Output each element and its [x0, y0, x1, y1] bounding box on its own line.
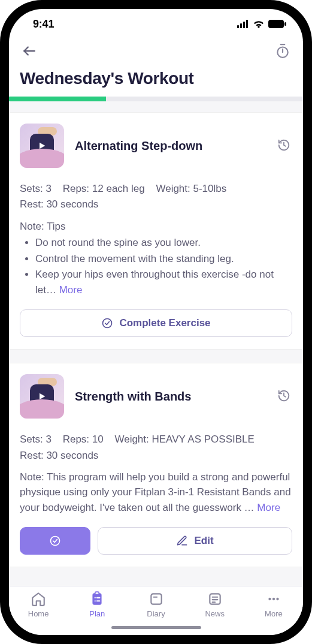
tab-label: Plan — [89, 609, 105, 618]
check-circle-icon — [49, 535, 61, 547]
complete-label: Complete Exercise — [119, 317, 210, 329]
header — [9, 35, 303, 62]
exercise-card: Strength with Bands Sets: 3 Reps: 10 Wei… — [9, 363, 303, 567]
svg-point-28 — [276, 598, 278, 600]
exercise-thumbnail[interactable] — [20, 124, 64, 168]
tab-label: Diary — [147, 609, 165, 618]
svg-point-27 — [272, 598, 275, 600]
back-button[interactable] — [19, 40, 40, 62]
svg-point-16 — [95, 597, 96, 598]
sets-value: Sets: 3 — [20, 434, 52, 445]
history-icon — [277, 389, 290, 402]
status-bar: 9:41 — [9, 9, 303, 35]
svg-point-13 — [51, 537, 60, 546]
more-icon — [266, 591, 281, 607]
tab-label: News — [205, 609, 225, 618]
home-indicator — [111, 626, 201, 629]
complete-exercise-button[interactable] — [20, 527, 90, 555]
tab-home[interactable]: Home — [9, 591, 68, 618]
arrow-left-icon — [22, 43, 37, 59]
tip-item: Control the movement with the standing l… — [35, 251, 292, 267]
weight-value: Weight: HEAVY AS POSSIBLE — [114, 434, 254, 445]
status-time: 9:41 — [33, 18, 54, 31]
history-button[interactable] — [275, 137, 292, 154]
tab-plan[interactable]: Plan — [68, 591, 126, 618]
screen: 9:41 Wednesday's Workout — [9, 9, 303, 635]
sets-value: Sets: 3 — [20, 183, 52, 194]
svg-rect-20 — [151, 594, 161, 604]
exercise-stats: Sets: 3 Reps: 12 each leg Weight: 5-10lb… — [20, 181, 292, 213]
edit-label: Edit — [194, 535, 213, 547]
svg-point-26 — [268, 598, 271, 600]
tab-diary[interactable]: Diary — [126, 591, 185, 618]
edit-icon — [176, 535, 188, 547]
reps-value: Reps: 10 — [63, 434, 104, 445]
svg-rect-2 — [243, 22, 245, 28]
svg-rect-4 — [268, 20, 284, 28]
svg-marker-12 — [40, 393, 45, 400]
svg-point-11 — [103, 319, 112, 328]
tab-label: More — [265, 609, 283, 618]
history-icon — [277, 139, 290, 152]
clipboard-icon — [89, 591, 105, 607]
svg-rect-19 — [96, 600, 101, 601]
tab-label: Home — [28, 609, 49, 618]
svg-rect-1 — [240, 23, 242, 28]
svg-point-18 — [95, 600, 96, 601]
exercise-note: Note: Tips Do not round the spine as you… — [20, 219, 292, 298]
cellular-icon — [237, 20, 249, 28]
exercise-stats: Sets: 3 Reps: 10 Weight: HEAVY AS POSSIB… — [20, 432, 292, 464]
svg-rect-5 — [284, 22, 286, 26]
more-link[interactable]: More — [59, 284, 83, 296]
note-label: Note: Tips — [20, 219, 292, 234]
tip-item: Keep your hips even throughout this exer… — [35, 267, 292, 297]
content-scroll[interactable]: Alternating Step-down Sets: 3 Reps: 12 e… — [9, 101, 303, 586]
rest-value: Rest: 30 seconds — [20, 448, 292, 464]
exercise-thumbnail[interactable] — [20, 374, 64, 419]
status-icons — [237, 20, 286, 28]
rest-value: Rest: 30 seconds — [20, 197, 292, 212]
svg-rect-0 — [237, 25, 239, 28]
stopwatch-button[interactable] — [272, 40, 293, 62]
reps-value: Reps: 12 each leg — [63, 183, 145, 194]
play-icon — [30, 384, 54, 408]
progress-fill — [9, 97, 106, 101]
tab-news[interactable]: News — [186, 591, 244, 618]
play-icon — [30, 134, 54, 158]
exercise-title: Strength with Bands — [75, 390, 265, 404]
exercise-note: Note: This program will help you build a… — [20, 470, 292, 516]
exercise-title: Alternating Step-down — [75, 139, 265, 153]
page-title: Wednesday's Workout — [9, 62, 303, 97]
more-link[interactable]: More — [257, 502, 280, 513]
wifi-icon — [253, 20, 265, 28]
tab-more[interactable]: More — [244, 591, 303, 618]
news-icon — [207, 591, 223, 607]
battery-icon — [268, 20, 286, 28]
svg-rect-15 — [95, 592, 99, 594]
weight-value: Weight: 5-10lbs — [156, 183, 226, 194]
stopwatch-icon — [275, 43, 290, 59]
home-icon — [31, 591, 46, 607]
complete-exercise-button[interactable]: Complete Exercise — [20, 309, 292, 337]
svg-rect-17 — [96, 597, 101, 598]
note-icon — [149, 591, 164, 607]
exercise-card: Alternating Step-down Sets: 3 Reps: 12 e… — [9, 112, 303, 350]
device-frame: 9:41 Wednesday's Workout — [0, 0, 312, 644]
progress-bar — [9, 97, 303, 101]
edit-button[interactable]: Edit — [98, 527, 292, 555]
svg-rect-3 — [246, 20, 248, 28]
history-button[interactable] — [275, 388, 292, 405]
check-circle-icon — [101, 317, 113, 329]
tip-item: Do not round the spine as you lower. — [35, 235, 292, 251]
svg-marker-10 — [40, 143, 45, 149]
